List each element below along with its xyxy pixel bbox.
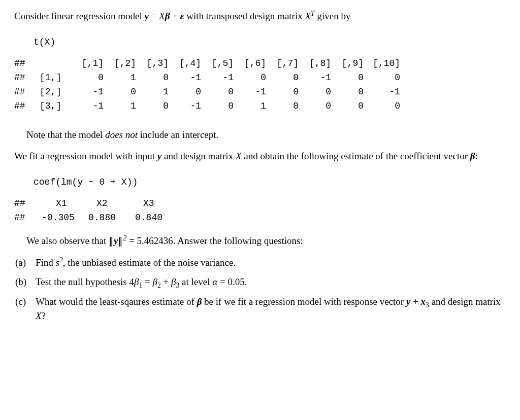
output-hash: ## bbox=[14, 57, 40, 71]
output-hash: ## bbox=[14, 85, 40, 99]
question-label: (c) bbox=[14, 295, 36, 324]
matrix-row: ##[2,]-10100-1000-1 bbox=[14, 85, 506, 99]
matrix-cell: -1 bbox=[72, 85, 105, 99]
matrix-cell: 1 bbox=[137, 85, 170, 99]
matrix-cell: 0 bbox=[202, 85, 235, 99]
question-body: Test the null hypothesis 4β1 = β2 + β3 a… bbox=[36, 275, 506, 290]
note-intercept: Note that the model does not include an … bbox=[26, 128, 506, 142]
matrix-cell: 0 bbox=[267, 99, 300, 114]
matrix-cell: 0 bbox=[137, 71, 170, 85]
coef-names-row: ## X1 X2 X3 bbox=[14, 197, 506, 211]
question-c: (c) What would the least-sqaures estimat… bbox=[14, 295, 506, 324]
coef-values-row: ## -0.305 0.880 0.840 bbox=[14, 211, 506, 225]
question-label: (a) bbox=[14, 256, 36, 270]
question-b: (b) Test the null hypothesis 4β1 = β2 + … bbox=[14, 275, 506, 290]
r-code-tx: t(X) bbox=[34, 36, 506, 50]
question-body: What would the least-sqaures estimate of… bbox=[36, 295, 506, 324]
question-label: (b) bbox=[14, 275, 36, 290]
matrix-cell: 1 bbox=[235, 99, 267, 114]
matrix-cell: 0 bbox=[235, 71, 267, 85]
matrix-row: ##[1,]010-1-100-100 bbox=[14, 71, 506, 85]
matrix-cell: -1 bbox=[300, 71, 332, 85]
matrix-cell: -1 bbox=[170, 71, 202, 85]
matrix-col-header: ## [,1] [,2] [,3] [,4] [,5] [,6] [,7] [,… bbox=[14, 57, 506, 71]
question-body: Find s2, the unbiased estimate of the no… bbox=[36, 256, 506, 270]
output-hash: ## bbox=[14, 99, 40, 114]
matrix-cell: 0 bbox=[202, 99, 235, 114]
question-a: (a) Find s2, the unbiased estimate of th… bbox=[14, 256, 506, 270]
matrix-cell: 1 bbox=[105, 71, 137, 85]
matrix-cell: 0 bbox=[137, 99, 170, 114]
fit-text: We fit a regression model with input y a… bbox=[14, 149, 506, 163]
matrix-row: ##[3,]-110-1010000 bbox=[14, 99, 506, 114]
matrix-cell: 0 bbox=[105, 85, 137, 99]
row-label: [2,] bbox=[40, 85, 72, 99]
coef-output: ## X1 X2 X3 ## -0.305 0.880 0.840 bbox=[14, 197, 506, 225]
matrix-cell: 0 bbox=[332, 99, 365, 114]
matrix-cell: 0 bbox=[365, 99, 401, 114]
matrix-cell: 0 bbox=[267, 85, 300, 99]
intro-text: Consider linear regression model y = Xβ … bbox=[14, 9, 506, 23]
matrix-cell: -1 bbox=[72, 99, 105, 114]
matrix-cell: 0 bbox=[72, 71, 105, 85]
matrix-cell: 0 bbox=[170, 85, 202, 99]
matrix-cell: -1 bbox=[235, 85, 267, 99]
row-label: [1,] bbox=[40, 71, 72, 85]
matrix-cell: 1 bbox=[105, 99, 137, 114]
matrix-cell: -1 bbox=[170, 99, 202, 114]
matrix-cell: 0 bbox=[300, 99, 332, 114]
matrix-cell: 0 bbox=[267, 71, 300, 85]
r-code-coef: coef(lm(y ~ 0 + X)) bbox=[34, 176, 506, 190]
observation-text: We also observe that ‖y‖2 = 5.462436. An… bbox=[26, 234, 506, 248]
matrix-cell: 0 bbox=[300, 85, 332, 99]
matrix-cell: -1 bbox=[202, 71, 235, 85]
matrix-cell: 0 bbox=[332, 85, 365, 99]
matrix-output: ## [,1] [,2] [,3] [,4] [,5] [,6] [,7] [,… bbox=[14, 57, 506, 114]
output-hash: ## bbox=[14, 71, 40, 85]
row-label: [3,] bbox=[40, 99, 72, 114]
matrix-cell: 0 bbox=[365, 71, 401, 85]
matrix-cell: -1 bbox=[365, 85, 401, 99]
matrix-cell: 0 bbox=[332, 71, 365, 85]
